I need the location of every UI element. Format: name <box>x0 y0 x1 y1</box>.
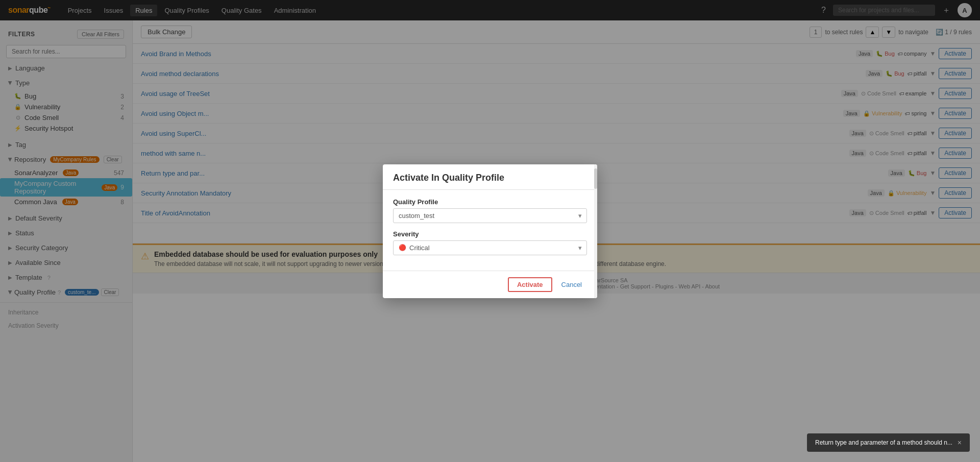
toast-notification: Return type and parameter of a method sh… <box>807 433 970 452</box>
modal-footer: Activate Cancel <box>383 271 597 298</box>
modal-cancel-button[interactable]: Cancel <box>556 277 587 292</box>
activate-quality-profile-modal: Activate In Quality Profile Quality Prof… <box>383 164 597 298</box>
severity-form-label: Severity <box>393 230 587 238</box>
modal-scrollbar <box>594 164 597 298</box>
modal-header: Activate In Quality Profile <box>383 164 597 190</box>
quality-profile-select-wrapper: custom_test <box>393 208 587 223</box>
quality-profile-form-label: Quality Profile <box>393 198 587 206</box>
severity-dropdown-arrow-icon: ▾ <box>579 245 581 251</box>
critical-icon: 🔴 <box>399 244 406 251</box>
modal-overlay[interactable]: Activate In Quality Profile Quality Prof… <box>0 0 980 462</box>
quality-profile-form-group: Quality Profile custom_test <box>393 198 587 223</box>
modal-activate-button[interactable]: Activate <box>508 277 552 292</box>
modal-title: Activate In Quality Profile <box>393 173 587 183</box>
quality-profile-select[interactable]: custom_test <box>393 208 587 223</box>
severity-form-group: Severity 🔴 Critical ▾ <box>393 230 587 255</box>
modal-body: Quality Profile custom_test Severity 🔴 C… <box>383 190 597 271</box>
severity-select-wrapper: 🔴 Critical ▾ <box>393 240 587 255</box>
severity-value: Critical <box>409 244 579 252</box>
toast-text: Return type and parameter of a method sh… <box>815 439 952 446</box>
toast-close-button[interactable]: × <box>958 439 962 447</box>
severity-select[interactable]: 🔴 Critical ▾ <box>393 240 587 255</box>
modal-scroll-thumb <box>594 168 597 189</box>
